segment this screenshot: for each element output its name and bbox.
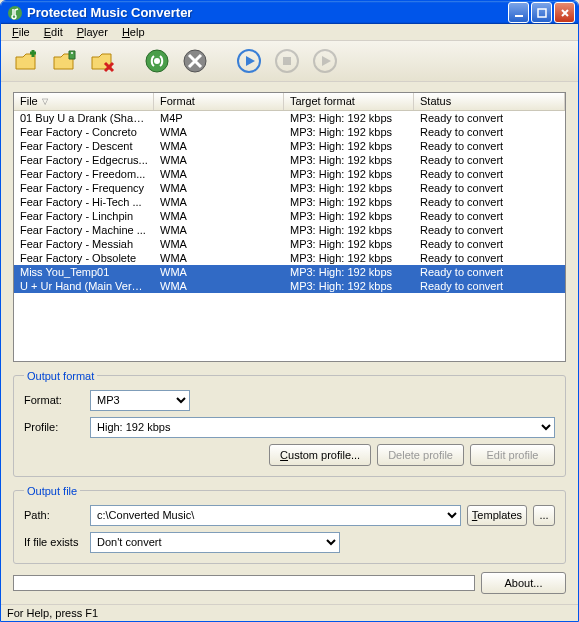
output-format-legend: Output format [24, 370, 97, 382]
cell-format: WMA [154, 252, 284, 264]
svg-rect-9 [283, 57, 291, 65]
next-button[interactable] [309, 45, 341, 77]
statusbar: For Help, press F1 [1, 604, 578, 622]
table-row[interactable]: Fear Factory - Hi-Tech ...WMAMP3: High: … [14, 195, 565, 209]
cell-format: WMA [154, 140, 284, 152]
profile-label: Profile: [24, 421, 84, 433]
path-label: Path: [24, 509, 84, 521]
cell-status: Ready to convert [414, 266, 565, 278]
main-window: Protected Music Converter File Edit Play… [0, 0, 579, 622]
cell-file: Fear Factory - Frequency [14, 182, 154, 194]
cell-format: WMA [154, 238, 284, 250]
svg-rect-1 [515, 15, 523, 17]
table-row[interactable]: 01 Buy U a Drank (Shaw...M4PMP3: High: 1… [14, 111, 565, 125]
cell-target: MP3: High: 192 kbps [284, 224, 414, 236]
cell-target: MP3: High: 192 kbps [284, 126, 414, 138]
file-list[interactable]: File▽ Format Target format Status 01 Buy… [13, 92, 566, 362]
col-header-target[interactable]: Target format [284, 93, 414, 110]
cell-target: MP3: High: 192 kbps [284, 252, 414, 264]
cell-file: 01 Buy U a Drank (Shaw... [14, 112, 154, 124]
about-button[interactable]: About... [481, 572, 566, 594]
cell-status: Ready to convert [414, 210, 565, 222]
format-label: Format: [24, 394, 84, 406]
window-title: Protected Music Converter [27, 5, 508, 20]
cell-status: Ready to convert [414, 126, 565, 138]
cell-format: WMA [154, 280, 284, 292]
cell-format: WMA [154, 196, 284, 208]
svg-point-5 [154, 58, 160, 64]
cell-file: Fear Factory - Machine ... [14, 224, 154, 236]
close-button[interactable] [554, 2, 575, 23]
cell-file: Fear Factory - Linchpin [14, 210, 154, 222]
output-file-group: Output file Path: c:\Converted Music\ Te… [13, 485, 566, 564]
table-row[interactable]: Fear Factory - Machine ...WMAMP3: High: … [14, 223, 565, 237]
cell-file: Fear Factory - Descent [14, 140, 154, 152]
titlebar: Protected Music Converter [1, 1, 578, 24]
cell-status: Ready to convert [414, 168, 565, 180]
cell-file: Fear Factory - Hi-Tech ... [14, 196, 154, 208]
menu-player[interactable]: Player [70, 24, 115, 40]
minimize-button[interactable] [508, 2, 529, 23]
browse-button[interactable]: ... [533, 505, 555, 526]
templates-button[interactable]: Templates [467, 505, 527, 526]
cell-format: WMA [154, 224, 284, 236]
cell-file: Fear Factory - Obsolete [14, 252, 154, 264]
table-row[interactable]: Fear Factory - DescentWMAMP3: High: 192 … [14, 139, 565, 153]
cell-status: Ready to convert [414, 280, 565, 292]
app-icon [7, 5, 23, 21]
if-exists-select[interactable]: Don't convert [90, 532, 340, 553]
list-header: File▽ Format Target format Status [14, 93, 565, 111]
svg-rect-2 [538, 9, 546, 17]
stop-play-button[interactable] [271, 45, 303, 77]
if-exists-label: If file exists [24, 536, 84, 548]
cell-target: MP3: High: 192 kbps [284, 140, 414, 152]
table-row[interactable]: Fear Factory - ObsoleteWMAMP3: High: 192… [14, 251, 565, 265]
path-select[interactable]: c:\Converted Music\ [90, 505, 461, 526]
custom-profile-button[interactable]: Custom profile... [269, 444, 371, 466]
cell-format: WMA [154, 168, 284, 180]
col-header-format[interactable]: Format [154, 93, 284, 110]
cell-target: MP3: High: 192 kbps [284, 210, 414, 222]
cell-format: WMA [154, 182, 284, 194]
cell-status: Ready to convert [414, 140, 565, 152]
convert-button[interactable] [141, 45, 173, 77]
table-row[interactable]: Fear Factory - FrequencyWMAMP3: High: 19… [14, 181, 565, 195]
table-row[interactable]: Fear Factory - LinchpinWMAMP3: High: 192… [14, 209, 565, 223]
col-header-status[interactable]: Status [414, 93, 565, 110]
cell-status: Ready to convert [414, 182, 565, 194]
format-select[interactable]: MP3 [90, 390, 190, 411]
menu-edit[interactable]: Edit [37, 24, 70, 40]
add-file-button[interactable] [11, 45, 43, 77]
table-row[interactable]: Fear Factory - MessiahWMAMP3: High: 192 … [14, 237, 565, 251]
output-file-legend: Output file [24, 485, 80, 497]
cell-target: MP3: High: 192 kbps [284, 182, 414, 194]
delete-profile-button[interactable]: Delete profile [377, 444, 464, 466]
cell-file: Miss You_Temp01 [14, 266, 154, 278]
cell-file: Fear Factory - Messiah [14, 238, 154, 250]
cell-format: M4P [154, 112, 284, 124]
cell-file: Fear Factory - Concreto [14, 126, 154, 138]
table-row[interactable]: U + Ur Hand (Main Versi...WMAMP3: High: … [14, 279, 565, 293]
add-folder-button[interactable] [49, 45, 81, 77]
table-row[interactable]: Miss You_Temp01WMAMP3: High: 192 kbpsRea… [14, 265, 565, 279]
col-header-file[interactable]: File▽ [14, 93, 154, 110]
toolbar [1, 41, 578, 81]
menubar: File Edit Player Help [1, 24, 578, 41]
table-row[interactable]: Fear Factory - ConcretoWMAMP3: High: 192… [14, 125, 565, 139]
cell-status: Ready to convert [414, 252, 565, 264]
profile-select[interactable]: High: 192 kbps [90, 417, 555, 438]
output-format-group: Output format Format: MP3 Profile: High:… [13, 370, 566, 477]
edit-profile-button[interactable]: Edit profile [470, 444, 555, 466]
maximize-button[interactable] [531, 2, 552, 23]
remove-button[interactable] [87, 45, 119, 77]
table-row[interactable]: Fear Factory - Edgecrus...WMAMP3: High: … [14, 153, 565, 167]
play-button[interactable] [233, 45, 265, 77]
menu-file[interactable]: File [5, 24, 37, 40]
cell-status: Ready to convert [414, 238, 565, 250]
menu-help[interactable]: Help [115, 24, 152, 40]
cell-format: WMA [154, 154, 284, 166]
cell-target: MP3: High: 192 kbps [284, 266, 414, 278]
cell-target: MP3: High: 192 kbps [284, 238, 414, 250]
stop-convert-button[interactable] [179, 45, 211, 77]
table-row[interactable]: Fear Factory - Freedom...WMAMP3: High: 1… [14, 167, 565, 181]
